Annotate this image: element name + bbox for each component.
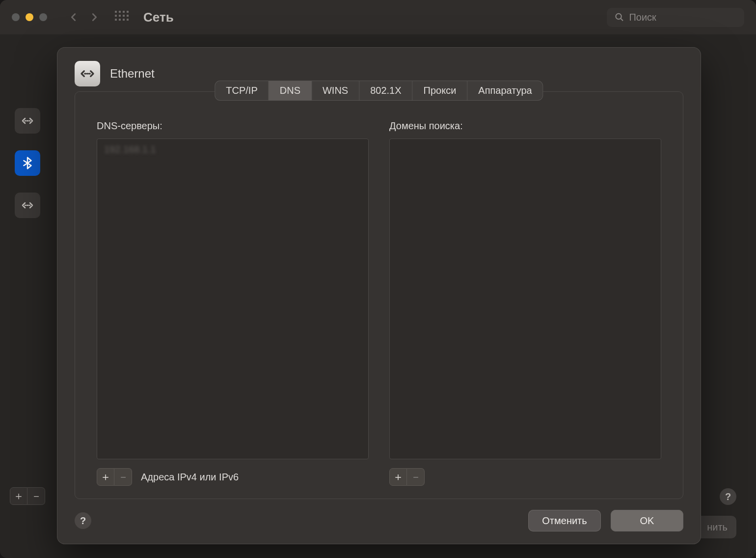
sidebar-service-other[interactable] (15, 193, 40, 218)
bluetooth-icon (20, 156, 35, 170)
interface-name: Ethernet (110, 67, 155, 81)
search-domains-footer: ＋ － (389, 468, 661, 486)
help-button[interactable]: ? (75, 512, 91, 529)
window-minimize-button[interactable] (26, 13, 33, 21)
parent-help-button[interactable]: ? (720, 488, 736, 505)
svg-point-0 (616, 14, 621, 19)
tab-proxy[interactable]: Прокси (413, 81, 468, 100)
window-titlebar: Сеть (0, 0, 756, 34)
services-sidebar (15, 108, 40, 218)
search-domains-label: Домены поиска: (389, 120, 661, 132)
remove-search-domain-button[interactable]: － (407, 468, 425, 486)
dns-servers-label: DNS-серверы: (97, 120, 369, 132)
nav-back-button[interactable] (67, 10, 81, 24)
services-add-remove: ＋ － (10, 487, 45, 505)
tab-tcpip[interactable]: TCP/IP (215, 81, 269, 100)
dns-servers-footer: ＋ － Адреса IPv4 или IPv6 (97, 468, 369, 486)
svg-line-1 (621, 19, 623, 21)
dns-server-entry[interactable]: 192.168.1.1 (104, 144, 361, 155)
remove-service-button[interactable]: － (27, 487, 45, 505)
search-domains-list[interactable] (389, 139, 661, 459)
settings-panel: TCP/IP DNS WINS 802.1X Прокси Аппаратура… (75, 91, 683, 499)
ethernet-icon (80, 66, 95, 82)
ok-button[interactable]: OK (611, 510, 683, 531)
search-input[interactable] (629, 12, 736, 23)
remove-dns-server-button[interactable]: － (114, 468, 132, 486)
dns-servers-list[interactable]: 192.168.1.1 (97, 139, 369, 459)
window-close-button[interactable] (12, 13, 20, 21)
sheet-footer: ? Отменить OK (75, 510, 683, 531)
advanced-settings-sheet: Ethernet TCP/IP DNS WINS 802.1X Прокси А… (57, 47, 701, 544)
tab-8021x[interactable]: 802.1X (359, 81, 412, 100)
cancel-button[interactable]: Отменить (528, 510, 601, 531)
window-zoom-button[interactable] (39, 13, 47, 21)
window-traffic-lights (12, 13, 47, 21)
show-all-icon[interactable] (115, 11, 128, 24)
tab-wins[interactable]: WINS (312, 81, 359, 100)
tab-dns[interactable]: DNS (269, 81, 312, 100)
ethernet-icon (20, 198, 35, 213)
dns-servers-column: DNS-серверы: 192.168.1.1 ＋ － Адреса IPv4… (97, 120, 369, 486)
ethernet-icon (20, 113, 35, 128)
add-dns-server-button[interactable]: ＋ (97, 468, 114, 486)
tab-hardware[interactable]: Аппаратура (467, 81, 542, 100)
settings-tabs: TCP/IP DNS WINS 802.1X Прокси Аппаратура (215, 81, 542, 100)
nav-forward-button[interactable] (87, 10, 101, 24)
dns-servers-hint: Адреса IPv4 или IPv6 (141, 472, 239, 483)
add-search-domain-button[interactable]: ＋ (389, 468, 407, 486)
interface-type-icon (75, 61, 100, 86)
search-domains-column: Домены поиска: ＋ － (389, 120, 661, 486)
sidebar-service-bluetooth[interactable] (15, 150, 40, 176)
add-service-button[interactable]: ＋ (10, 487, 27, 505)
window-title: Сеть (143, 10, 174, 25)
search-icon (615, 12, 624, 23)
sidebar-service-ethernet[interactable] (15, 108, 40, 134)
search-field[interactable] (607, 8, 744, 27)
